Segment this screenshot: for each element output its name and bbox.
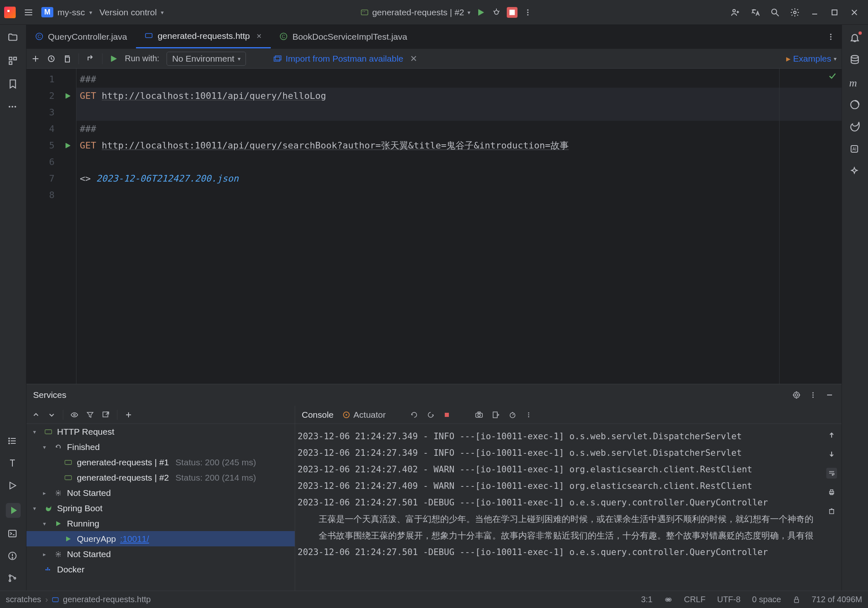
- services-tree[interactable]: ▾HTTP Request▾Finishedgenerated-requests…: [26, 424, 295, 591]
- tree-row[interactable]: generated-requests | #1Status: 200 (245 …: [26, 455, 295, 470]
- maven-icon[interactable]: m: [849, 77, 861, 89]
- show-in-new-icon[interactable]: [101, 410, 110, 419]
- tab-querycontroller[interactable]: C QueryController.java: [26, 25, 136, 48]
- show-icon[interactable]: [70, 410, 79, 419]
- inspections-ok-icon[interactable]: [828, 72, 837, 80]
- soft-wrap-icon[interactable]: [826, 468, 837, 479]
- add-request-icon[interactable]: [31, 55, 40, 63]
- dismiss-hint-icon[interactable]: ✕: [410, 54, 417, 64]
- structure-tool-icon[interactable]: [7, 55, 19, 67]
- print-icon[interactable]: [826, 487, 837, 498]
- debug-button[interactable]: [491, 7, 502, 18]
- bookmark-tool-icon[interactable]: [7, 79, 19, 90]
- scroll-down-icon[interactable]: [826, 449, 837, 460]
- copilot-icon[interactable]: [664, 596, 672, 604]
- run-line-marker[interactable]: [60, 88, 76, 104]
- redirect-icon[interactable]: [86, 55, 95, 63]
- exit-icon[interactable]: [492, 411, 500, 419]
- tab-menu-icon[interactable]: [820, 25, 842, 48]
- search-icon[interactable]: [770, 7, 780, 18]
- run-all-icon[interactable]: [110, 55, 117, 62]
- file-encoding[interactable]: UTF-8: [717, 595, 741, 604]
- actuator-tab[interactable]: Actuator: [343, 410, 386, 420]
- vcs-tool-icon[interactable]: [7, 573, 19, 585]
- run-config-selector[interactable]: generated-requests | #2 ▾: [360, 7, 470, 17]
- tab-generated-requests[interactable]: generated-requests.http ✕: [136, 25, 271, 48]
- tree-row[interactable]: ▸Not Started: [26, 485, 295, 500]
- tree-row[interactable]: ▾Finished: [26, 439, 295, 455]
- add-service-icon[interactable]: [124, 410, 133, 419]
- collapse-up-icon[interactable]: [31, 410, 41, 419]
- svg-rect-111: [830, 510, 834, 514]
- list-tool-icon[interactable]: [7, 436, 19, 448]
- console-output[interactable]: 2023-12-06 21:24:27.349 - INFO ---[io-10…: [295, 424, 822, 591]
- filter-icon[interactable]: [86, 410, 95, 419]
- svg-point-65: [794, 392, 799, 398]
- cursor-position[interactable]: 3:1: [641, 595, 653, 604]
- svg-marker-38: [10, 482, 16, 489]
- copy-icon[interactable]: [63, 55, 71, 63]
- clear-icon[interactable]: [826, 506, 837, 517]
- rerun-icon[interactable]: [410, 411, 418, 419]
- vcs-menu[interactable]: Version control ▾: [100, 7, 164, 17]
- hide-panel-icon[interactable]: [824, 390, 835, 400]
- run-line-marker[interactable]: [60, 137, 76, 154]
- tree-row[interactable]: QueryApp :10011/: [26, 531, 295, 546]
- problems-tool-icon[interactable]: [7, 551, 19, 563]
- tree-row[interactable]: Docker: [26, 562, 295, 577]
- tree-row[interactable]: ▸Not Started: [26, 546, 295, 562]
- main-menu-icon[interactable]: [23, 7, 34, 18]
- console-tab[interactable]: Console: [302, 410, 334, 420]
- assistant-icon[interactable]: [849, 166, 861, 178]
- run-tool-icon[interactable]: [7, 481, 19, 492]
- target-icon[interactable]: [791, 390, 802, 400]
- run-button[interactable]: [475, 7, 486, 18]
- tree-row[interactable]: ▾Spring Boot: [26, 500, 295, 516]
- code-content[interactable]: ###GET http://localhost:10011/api/query/…: [76, 69, 842, 384]
- rerun2-icon[interactable]: [427, 411, 434, 419]
- more-actions-icon[interactable]: [522, 7, 533, 18]
- tree-row[interactable]: ▾Running: [26, 516, 295, 531]
- services-tool-icon[interactable]: [6, 503, 21, 518]
- tab-bookdocservice[interactable]: C BookDocServiceImplTest.java: [271, 25, 416, 48]
- panel-options-icon[interactable]: [808, 390, 818, 400]
- indent-info[interactable]: 0 space: [752, 595, 781, 604]
- camera-icon[interactable]: [475, 411, 483, 419]
- minimize-icon[interactable]: [809, 7, 820, 18]
- text-tool-icon[interactable]: [7, 458, 19, 470]
- history-icon[interactable]: [47, 55, 55, 63]
- more-tool-icon[interactable]: [7, 102, 19, 113]
- scroll-up-icon[interactable]: [826, 430, 837, 440]
- examples-dropdown[interactable]: ▸Examples▾: [786, 54, 837, 64]
- tree-row[interactable]: generated-requests | #2Status: 200 (214 …: [26, 470, 295, 485]
- tree-row[interactable]: ▾HTTP Request: [26, 424, 295, 439]
- close-tab-icon[interactable]: ✕: [256, 32, 262, 40]
- postman-import-link[interactable]: Import from Postman available ✕: [273, 54, 417, 64]
- maximize-icon[interactable]: [829, 7, 840, 18]
- project-tool-icon[interactable]: [7, 32, 19, 44]
- readonly-lock-icon[interactable]: [793, 596, 800, 603]
- stop-console-icon[interactable]: [444, 412, 450, 418]
- settings-icon[interactable]: [789, 7, 800, 18]
- breadcrumb[interactable]: scratches › generated-requests.http: [6, 595, 151, 604]
- terminal-tool-icon[interactable]: [7, 529, 19, 540]
- svg-point-53: [830, 34, 831, 35]
- profiler-icon[interactable]: [509, 411, 516, 419]
- coverage-icon[interactable]: [849, 99, 861, 111]
- code-with-me-icon[interactable]: [730, 7, 741, 18]
- database-icon[interactable]: [849, 55, 861, 66]
- editor-area[interactable]: 12345678 ###GET http://localhost:10011/a…: [26, 69, 842, 384]
- notifications-icon[interactable]: [849, 32, 861, 44]
- expand-down-icon[interactable]: [47, 410, 56, 419]
- memory-indicator[interactable]: 712 of 4096M: [812, 595, 862, 604]
- svg-rect-88: [45, 569, 47, 570]
- spring-icon[interactable]: [849, 122, 861, 133]
- line-separator[interactable]: CRLF: [684, 595, 706, 604]
- ai-icon[interactable]: AI: [849, 144, 861, 156]
- project-selector[interactable]: M my-ssc ▾: [41, 7, 92, 17]
- close-icon[interactable]: [849, 7, 860, 18]
- console-more-icon[interactable]: [525, 412, 532, 418]
- translate-icon[interactable]: [750, 7, 761, 18]
- stop-button[interactable]: [507, 7, 517, 18]
- environment-selector[interactable]: No Environment ▾: [167, 52, 246, 66]
